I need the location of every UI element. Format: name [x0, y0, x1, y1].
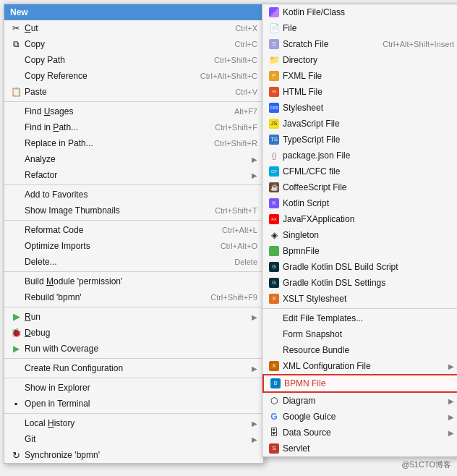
menu-item-copy-reference[interactable]: Copy Reference Ctrl+Alt+Shift+C — [4, 68, 263, 84]
menu-item-gradle-build[interactable]: G Gradle Kotlin DSL Build Script — [262, 259, 457, 275]
kotlin-icon — [268, 7, 280, 18]
menu-item-bpmnfile[interactable]: BpmnFile — [262, 243, 457, 259]
menu-item-google-guice[interactable]: G Google Guice ▶ — [262, 409, 457, 425]
menu-item-reformat[interactable]: Reformat Code Ctrl+Alt+L — [4, 222, 263, 238]
empty-icon — [10, 54, 22, 66]
servlet-icon: S — [268, 443, 280, 454]
fxml-icon: F — [268, 70, 280, 82]
menu-item-replace-in-path[interactable]: Replace in Path... Ctrl+Shift+R — [4, 135, 263, 151]
cfml-icon: CF — [268, 166, 280, 177]
menu-item-diagram[interactable]: ⬡ Diagram ▶ — [262, 393, 457, 409]
arrow-icon: ▶ — [252, 420, 257, 428]
menu-item-run[interactable]: ▶ Run ▶ — [4, 309, 263, 325]
empty-icon — [10, 362, 22, 374]
css-icon: css — [268, 102, 280, 114]
menu-item-resource-bundle[interactable]: Resource Bundle — [262, 342, 457, 358]
empty-icon — [10, 224, 22, 236]
html-icon: H — [268, 86, 280, 98]
menu-item-analyze[interactable]: Analyze ▶ — [4, 151, 263, 167]
menu-item-html[interactable]: H HTML File — [262, 84, 457, 100]
menu-item-edit-templates[interactable]: Edit File Templates... — [262, 310, 457, 326]
menu-item-gradle-settings[interactable]: G Gradle Kotlin DSL Settings — [262, 275, 457, 291]
menu-item-show-thumbnails[interactable]: Show Image Thumbnails Ctrl+Shift+T — [4, 203, 263, 218]
menu-item-add-favorites[interactable]: Add to Favorites — [4, 187, 263, 203]
coffee-icon: ☕ — [268, 182, 280, 193]
menu-item-servlet[interactable]: S Servlet — [262, 441, 457, 456]
empty-icon — [10, 106, 22, 117]
sync-icon: ↻ — [10, 449, 22, 461]
menu-item-xslt[interactable]: X XSLT Stylesheet — [262, 291, 457, 307]
empty-icon — [10, 276, 22, 287]
menu-item-fxml[interactable]: F FXML File — [262, 68, 457, 84]
js-icon: JS — [268, 118, 280, 129]
separator — [4, 413, 263, 414]
menu-item-find-usages[interactable]: Find Usages Alt+F7 — [4, 103, 263, 119]
empty-icon — [268, 344, 280, 356]
menu-item-find-in-path[interactable]: Find in Path... Ctrl+Shift+F — [4, 119, 263, 135]
history-icon — [10, 417, 22, 429]
menu-item-xml-config[interactable]: X XML Configuration File ▶ — [262, 358, 457, 374]
menu-item-git[interactable]: Git ▶ — [4, 431, 263, 447]
gradle-settings-icon: G — [268, 277, 280, 289]
menu-item-form-snapshot[interactable]: Form Snapshot — [262, 326, 457, 342]
empty-icon — [10, 240, 22, 252]
menu-item-kotlin-file[interactable]: Kotlin File/Class — [262, 4, 457, 20]
menu-item-typescript[interactable]: TS TypeScript File — [262, 132, 457, 148]
empty-icon — [10, 122, 22, 133]
menu-item-package-json[interactable]: {} package.json File — [262, 148, 457, 163]
menu-item-cfml[interactable]: CF CFML/CFC file — [262, 163, 457, 179]
menu-item-copy[interactable]: ⧉ Copy Ctrl+C — [4, 36, 263, 52]
menu-item-show-explorer[interactable]: Show in Explorer — [4, 380, 263, 396]
git-icon — [10, 433, 22, 445]
google-icon: G — [268, 411, 280, 422]
menu-item-paste[interactable]: 📋 Paste Ctrl+V — [4, 84, 263, 100]
ts-icon: TS — [268, 134, 280, 145]
scratch-icon: S — [268, 38, 280, 50]
arrow-icon: ▶ — [448, 413, 454, 421]
separator — [4, 358, 263, 359]
menu-item-create-run[interactable]: Create Run Configuration ▶ — [4, 360, 263, 376]
empty-icon — [10, 382, 22, 394]
xslt-icon: X — [268, 293, 280, 305]
singleton-icon: ◈ — [268, 229, 280, 241]
watermark: @51CTO博客 — [402, 459, 451, 470]
empty-icon — [10, 70, 22, 82]
menu-item-cut[interactable]: Cut Ctrl+X — [4, 20, 263, 36]
menu-item-refactor[interactable]: Refactor ▶ — [4, 167, 263, 183]
arrow-icon: ▶ — [252, 313, 257, 321]
gradle-icon: G — [268, 261, 280, 273]
menu-item-build-module[interactable]: Build Module 'permission' — [4, 273, 263, 289]
menu-item-run-coverage[interactable]: ▶ Run with Coverage — [4, 341, 263, 357]
file-icon: 📄 — [268, 22, 280, 34]
copy-icon: ⧉ — [10, 38, 22, 50]
separator — [262, 308, 457, 309]
javafx-icon: FX — [268, 213, 280, 225]
empty-icon — [10, 292, 22, 303]
menu-item-file[interactable]: 📄 File — [262, 20, 457, 36]
menu-item-data-source[interactable]: 🗄 Data Source ▶ — [262, 425, 457, 441]
debug-icon: 🐞 — [10, 327, 22, 339]
menu-item-singleton[interactable]: ◈ Singleton — [262, 227, 457, 243]
diagram-icon: ⬡ — [268, 395, 280, 407]
menu-item-bpmn-file[interactable]: B BPMN File — [262, 374, 457, 393]
menu-item-copy-path[interactable]: Copy Path Ctrl+Shift+C — [4, 52, 263, 68]
menu-item-debug[interactable]: 🐞 Debug — [4, 325, 263, 341]
menu-item-stylesheet[interactable]: css Stylesheet — [262, 100, 457, 116]
menu-item-scratch-file[interactable]: S Scratch File Ctrl+Alt+Shift+Insert — [262, 36, 457, 52]
menu-item-synchronize[interactable]: ↻ Synchronize 'bpmn' — [4, 447, 263, 463]
arrow-icon: ▶ — [448, 429, 454, 437]
menu-item-optimize[interactable]: Optimize Imports Ctrl+Alt+O — [4, 238, 263, 254]
paste-icon: 📋 — [10, 86, 22, 98]
bpmn-small-icon — [268, 245, 280, 257]
right-context-menu: Kotlin File/Class 📄 File S Scratch File … — [262, 4, 457, 457]
menu-item-coffeescript[interactable]: ☕ CoffeeScript File — [262, 179, 457, 195]
terminal-icon: ▪ — [10, 398, 22, 409]
menu-item-directory[interactable]: 📁 Directory — [262, 52, 457, 68]
menu-item-javafx[interactable]: FX JavaFXApplication — [262, 211, 457, 227]
menu-item-local-history[interactable]: Local History ▶ — [4, 415, 263, 431]
menu-item-rebuild[interactable]: Rebuild 'bpmn' Ctrl+Shift+F9 — [4, 289, 263, 305]
menu-item-kotlin-script[interactable]: K Kotlin Script — [262, 195, 457, 211]
menu-item-javascript[interactable]: JS JavaScript File — [262, 116, 457, 132]
menu-item-delete[interactable]: Delete... Delete — [4, 254, 263, 270]
menu-item-open-terminal[interactable]: ▪ Open in Terminal — [4, 396, 263, 412]
